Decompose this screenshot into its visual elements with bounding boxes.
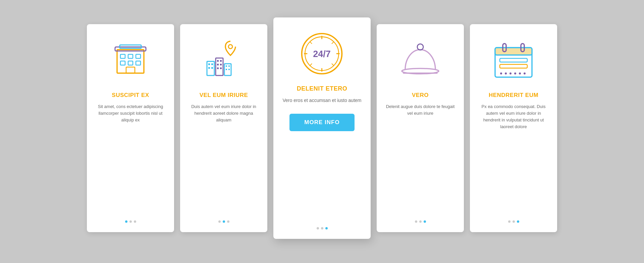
- svg-rect-8: [136, 61, 141, 65]
- svg-rect-24: [228, 65, 230, 67]
- svg-rect-5: [136, 54, 141, 58]
- svg-rect-19: [220, 64, 222, 65]
- svg-rect-17: [220, 60, 222, 62]
- card-vel-eum: VEL EUM IRIURE Duis autem vel eum iriure…: [180, 24, 267, 232]
- card-5-text: Px ea commodo consequat. Duis autem vel …: [478, 103, 549, 130]
- svg-rect-25: [226, 69, 227, 70]
- dot: [227, 220, 229, 223]
- card-3-dots: [317, 221, 328, 229]
- more-info-button[interactable]: MORE INFO: [289, 114, 354, 131]
- svg-text:24/7: 24/7: [313, 49, 331, 59]
- svg-rect-18: [217, 64, 219, 65]
- svg-rect-48: [500, 58, 527, 62]
- card-5-title: HENDRERIT EUM: [489, 92, 538, 99]
- svg-rect-12: [211, 63, 213, 65]
- svg-rect-7: [128, 61, 133, 65]
- svg-point-54: [519, 72, 521, 74]
- card-2-title: VEL EUM IRIURE: [200, 92, 248, 99]
- svg-rect-44: [495, 48, 532, 55]
- svg-point-51: [505, 72, 507, 74]
- svg-rect-6: [120, 61, 125, 65]
- cloche-icon: [397, 37, 444, 84]
- dot: [218, 220, 221, 223]
- svg-line-35: [332, 42, 334, 44]
- svg-point-55: [524, 72, 526, 74]
- card-vero: VERO Delenit augue duis dolore te feugai…: [377, 24, 464, 232]
- card-3-text: Vero eros et accumsan et iusto autem: [282, 97, 361, 104]
- card-3-title: DELENIT ETERO: [297, 85, 347, 92]
- svg-point-50: [500, 72, 502, 74]
- svg-rect-9: [126, 67, 135, 73]
- dot: [415, 220, 417, 223]
- dot: [125, 220, 127, 223]
- svg-point-27: [228, 45, 232, 49]
- svg-rect-4: [128, 54, 133, 58]
- svg-line-34: [310, 42, 312, 44]
- svg-rect-14: [211, 67, 213, 69]
- card-suscipit: SUSCIPIT EX Sit amet, cons ectetuer adip…: [87, 24, 174, 232]
- svg-rect-21: [220, 67, 222, 69]
- svg-rect-26: [228, 69, 230, 70]
- dot: [424, 220, 426, 223]
- clock247-icon: 24/7: [299, 30, 345, 77]
- svg-line-36: [310, 63, 312, 65]
- cards-container: SUSCIPIT EX Sit amet, cons ectetuer adip…: [0, 7, 644, 256]
- card-1-title: SUSCIPIT EX: [112, 92, 149, 99]
- svg-rect-16: [217, 60, 219, 62]
- dot: [513, 220, 515, 223]
- location-icon: [200, 37, 247, 84]
- svg-rect-23: [226, 65, 227, 67]
- dot: [134, 220, 136, 223]
- card-2-text: Duis autem vel eum iriure dolor in hendr…: [188, 103, 259, 123]
- calendar-icon: [490, 37, 537, 84]
- svg-rect-3: [120, 54, 125, 58]
- card-4-dots: [415, 214, 426, 223]
- building-icon: [107, 37, 154, 84]
- svg-point-53: [514, 72, 516, 74]
- svg-rect-20: [217, 67, 219, 69]
- dot: [508, 220, 511, 223]
- svg-point-52: [509, 72, 512, 74]
- dot: [129, 220, 132, 223]
- card-hendrerit: HENDRERIT EUM Px ea commodo consequat. D…: [470, 24, 557, 232]
- dot: [517, 220, 519, 223]
- dot: [223, 220, 225, 223]
- dot: [419, 220, 422, 223]
- svg-rect-11: [208, 63, 210, 65]
- svg-line-37: [332, 63, 334, 65]
- card-1-text: Sit amet, cons ectetuer adipiscing llamc…: [95, 103, 166, 123]
- card-2-dots: [218, 214, 229, 223]
- svg-rect-10: [207, 61, 214, 75]
- card-4-text: Delenit augue duis dolore te feugait vel…: [385, 103, 456, 117]
- svg-rect-49: [500, 64, 527, 68]
- card-1-dots: [125, 214, 136, 223]
- dot: [325, 227, 328, 229]
- card-4-title: VERO: [412, 92, 429, 99]
- svg-rect-22: [224, 64, 231, 75]
- card-delenit: 24/7 DELENIT ETERO Vero eros et accumsan…: [273, 17, 371, 239]
- dot: [321, 227, 323, 229]
- card-5-dots: [508, 214, 519, 223]
- svg-rect-15: [216, 58, 223, 75]
- svg-rect-13: [208, 67, 210, 69]
- dot: [317, 227, 319, 229]
